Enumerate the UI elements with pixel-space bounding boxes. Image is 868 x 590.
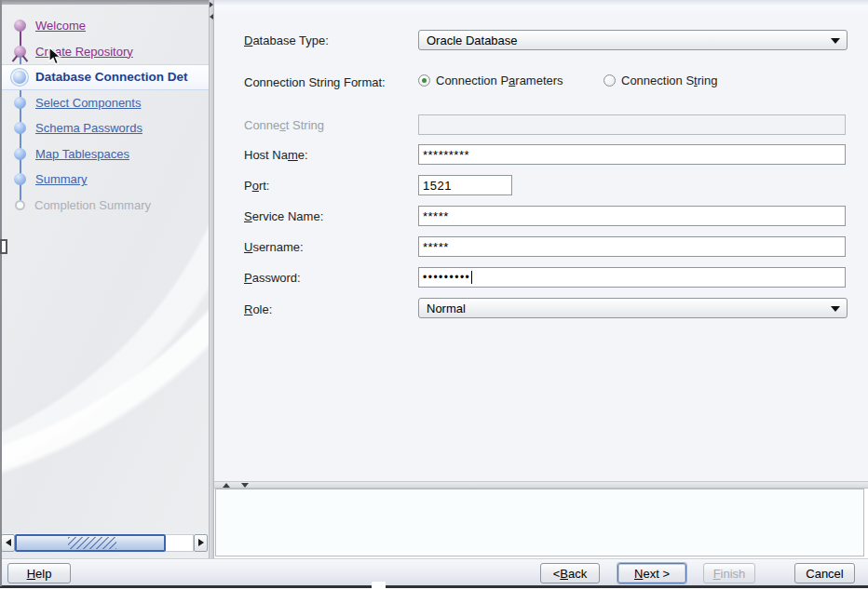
window-left-border [0, 0, 2, 586]
step-label[interactable]: Schema Passwords [35, 121, 142, 135]
sidebar-step-summary[interactable]: Summary [0, 167, 209, 193]
splitter-collapse-left-icon [210, 2, 213, 7]
password-field[interactable]: ••••••••• [418, 267, 846, 288]
dropdown-arrow-icon [831, 306, 840, 312]
username-field[interactable] [418, 236, 846, 257]
radio-button-icon [604, 74, 616, 87]
wizard-steps: WelcomeCreate RepositoryDatabase Connect… [0, 13, 209, 218]
role-label: Role: [244, 302, 272, 316]
password-label: Password: [244, 271, 301, 285]
help-button[interactable]: Help [7, 563, 71, 583]
host-name-label: Host Name: [244, 148, 308, 162]
scrollbar-thumb[interactable] [15, 534, 166, 552]
sidebar-step-welcome[interactable]: Welcome [0, 13, 209, 39]
text-caret [471, 271, 472, 284]
radio-button-icon [418, 74, 430, 87]
horizontal-splitter[interactable] [214, 481, 868, 489]
step-label[interactable]: Summary [35, 172, 88, 186]
sidebar-step-map-tablespaces[interactable]: Map Tablespaces [0, 141, 209, 168]
step-node-icon [13, 71, 26, 84]
connection-parameters-radio[interactable]: Connection Parameters [418, 74, 563, 87]
sidebar-step-create-repository[interactable]: Create Repository [0, 39, 209, 65]
sidebar-horizontal-scrollbar [1, 533, 208, 552]
mouse-cursor-icon [48, 47, 62, 66]
left-arrow-icon [6, 539, 11, 546]
connection-string-format-label: Connection String Format: [244, 75, 386, 89]
finish-button: Finish [703, 563, 755, 583]
splitter-collapse-down-icon [241, 483, 249, 488]
sidebar-step-database-connection-det[interactable]: Database Connection Det [0, 64, 209, 90]
step-node-icon [14, 46, 26, 58]
step-node-icon [14, 148, 26, 160]
role-dropdown[interactable]: Normal [418, 298, 848, 318]
step-label[interactable]: Map Tablespaces [35, 147, 129, 161]
step-label[interactable]: Welcome [35, 19, 86, 33]
role-value: Normal [427, 302, 466, 315]
database-type-value: Oracle Database [427, 34, 518, 47]
step-label[interactable]: Select Components [35, 96, 141, 110]
host-name-field[interactable] [418, 144, 846, 165]
dropdown-arrow-icon [831, 38, 840, 44]
splitter-collapse-right-icon [210, 14, 213, 20]
password-value: ••••••••• [423, 271, 470, 284]
port-field[interactable] [418, 175, 512, 195]
connect-string-label: Connect String [244, 118, 324, 132]
username-label: Username: [244, 240, 304, 254]
database-connection-form: Database Type: Oracle Database Connectio… [214, 0, 868, 481]
step-node-icon [14, 97, 26, 109]
left-edge-handle[interactable] [0, 239, 7, 254]
right-arrow-icon [198, 539, 204, 546]
cancel-button[interactable]: Cancel [794, 563, 855, 583]
scrollbar-right-arrow-button[interactable] [194, 534, 208, 552]
connection-string-radio-label: Connection String [621, 74, 717, 87]
scrollbar-track[interactable] [166, 534, 194, 552]
wizard-navigation-sidebar: WelcomeCreate RepositoryDatabase Connect… [0, 0, 209, 558]
database-type-dropdown[interactable]: Oracle Database [418, 30, 848, 50]
rcu-wizard-window: WelcomeCreate RepositoryDatabase Connect… [0, 0, 868, 590]
splitter-collapse-up-icon [223, 483, 230, 488]
sidebar-top-strip [0, 0, 209, 5]
service-name-field[interactable] [418, 206, 846, 226]
port-label: Port: [244, 179, 269, 193]
sidebar-step-completion-summary: Completion Summary [0, 193, 209, 219]
scrollbar-left-arrow-button[interactable] [1, 534, 15, 552]
step-label: Completion Summary [34, 198, 151, 212]
service-name-label: Service Name: [244, 209, 323, 223]
bottom-notch [372, 582, 386, 590]
step-node-icon [14, 20, 26, 32]
connection-string-radio[interactable]: Connection String [604, 74, 717, 87]
step-node-icon [14, 122, 26, 134]
database-type-label: Database Type: [244, 34, 329, 47]
connection-parameters-radio-label: Connection Parameters [436, 74, 563, 87]
connect-string-field [418, 114, 846, 135]
sidebar-step-select-components[interactable]: Select Components [0, 90, 209, 116]
sidebar-step-schema-passwords[interactable]: Schema Passwords [0, 115, 209, 141]
step-node-icon [15, 200, 25, 210]
step-label[interactable]: Database Connection Det [35, 70, 188, 84]
radio-dot-icon [422, 78, 427, 83]
back-button[interactable]: < Back [540, 563, 600, 583]
next-button[interactable]: Next > [617, 563, 686, 583]
button-bar: Help < Back Next > Finish Cancel [0, 558, 868, 585]
messages-panel [215, 489, 864, 556]
step-node-icon [14, 173, 26, 185]
